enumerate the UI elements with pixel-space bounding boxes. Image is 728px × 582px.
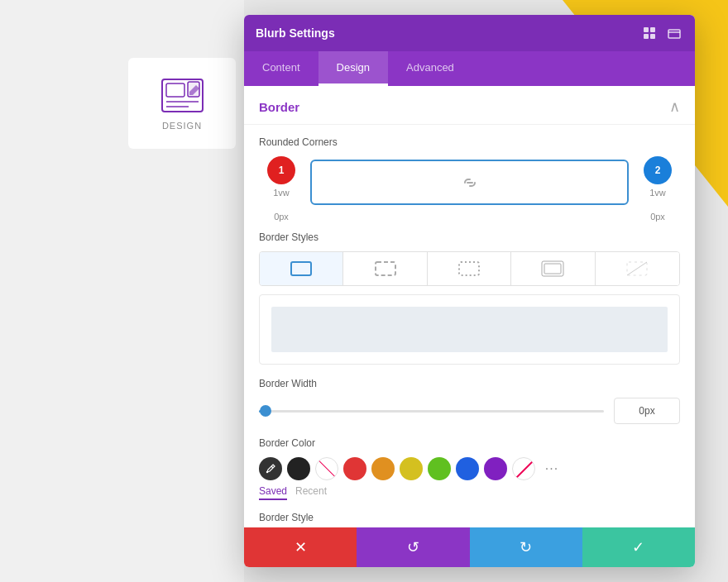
link-icon bbox=[462, 177, 478, 188]
cancel-button[interactable]: ✕ bbox=[244, 527, 357, 567]
modal-header: Blurb Settings bbox=[244, 15, 695, 51]
border-section-title: Border bbox=[259, 100, 299, 114]
svg-rect-16 bbox=[544, 264, 561, 274]
corner-left-col: 1 1vw bbox=[259, 156, 304, 198]
no-border-icon bbox=[625, 260, 649, 278]
svg-rect-6 bbox=[650, 27, 655, 32]
border-width-label: Border Width bbox=[259, 378, 680, 389]
border-style-dashed[interactable] bbox=[343, 252, 427, 285]
corner-badge-1[interactable]: 1 bbox=[267, 156, 295, 184]
modal-body: Border ∧ Rounded Corners 1 1vw bbox=[244, 86, 695, 527]
modal-tabs: Content Design Advanced bbox=[244, 51, 695, 86]
border-width-slider[interactable] bbox=[259, 403, 604, 419]
tab-advanced[interactable]: Advanced bbox=[388, 51, 472, 86]
border-preview-outer bbox=[259, 294, 680, 365]
design-card-icon bbox=[160, 77, 205, 114]
corners-center bbox=[310, 156, 629, 208]
orange-swatch[interactable] bbox=[371, 457, 395, 480]
double-border-icon bbox=[540, 260, 565, 278]
svg-rect-13 bbox=[376, 262, 395, 275]
modal-header-actions bbox=[640, 24, 683, 42]
color-tab-saved[interactable]: Saved bbox=[259, 485, 287, 500]
svg-line-21 bbox=[516, 461, 533, 478]
color-tab-recent[interactable]: Recent bbox=[295, 485, 327, 500]
yellow-swatch[interactable] bbox=[400, 457, 423, 480]
slider-thumb[interactable] bbox=[260, 405, 271, 417]
modal-title: Blurb Settings bbox=[256, 26, 335, 40]
border-width-section: Border Width 0px bbox=[259, 378, 680, 424]
eyedropper-swatch[interactable] bbox=[259, 457, 282, 480]
blue-swatch[interactable] bbox=[456, 457, 479, 480]
border-style-none[interactable] bbox=[596, 252, 679, 285]
collapse-icon[interactable]: ∧ bbox=[669, 98, 680, 116]
solid-border-icon bbox=[289, 260, 314, 278]
green-swatch[interactable] bbox=[428, 457, 451, 480]
svg-rect-12 bbox=[291, 262, 311, 275]
border-width-input[interactable]: 0px bbox=[614, 398, 680, 424]
svg-rect-7 bbox=[644, 34, 649, 39]
svg-rect-5 bbox=[644, 27, 649, 32]
svg-line-18 bbox=[627, 262, 647, 275]
svg-rect-8 bbox=[650, 34, 655, 39]
svg-rect-1 bbox=[166, 83, 184, 97]
corners-top-row: 1 1vw bbox=[259, 156, 680, 208]
top-left-val: 1vw bbox=[273, 188, 290, 198]
slash-swatch[interactable] bbox=[512, 457, 535, 480]
corners-bottom-labels bbox=[310, 205, 629, 208]
transparent-swatch[interactable] bbox=[315, 457, 338, 480]
more-swatches-button[interactable]: ··· bbox=[540, 457, 563, 480]
border-preview-inner bbox=[271, 307, 668, 352]
border-style-dotted[interactable] bbox=[428, 252, 511, 285]
border-style-label: Border Style bbox=[259, 512, 680, 523]
tab-content[interactable]: Content bbox=[244, 51, 318, 86]
corner-badge-2[interactable]: 2 bbox=[644, 156, 672, 184]
settings-icon[interactable] bbox=[640, 24, 659, 42]
tab-design[interactable]: Design bbox=[318, 51, 388, 86]
design-card-label: DESIGN bbox=[162, 121, 202, 131]
undo-button[interactable]: ↺ bbox=[357, 527, 469, 567]
border-section-content: Rounded Corners 1 1vw bbox=[244, 125, 695, 527]
corner-right-col: 2 1vw bbox=[635, 156, 680, 198]
border-style-section: Border Style Solid Dashed Dotted Double … bbox=[259, 512, 680, 527]
border-style-double[interactable] bbox=[511, 252, 595, 285]
corners-bottom-spacer bbox=[304, 212, 635, 222]
blurb-settings-modal: Blurb Settings Content bbox=[244, 15, 695, 567]
design-card: DESIGN bbox=[128, 58, 236, 149]
rounded-preview bbox=[310, 160, 629, 205]
rounded-corners-label: Rounded Corners bbox=[259, 136, 680, 148]
slash-swatch-icon bbox=[513, 458, 535, 480]
bottom-left-val: 0px bbox=[259, 212, 304, 222]
color-tabs: Saved Recent bbox=[259, 485, 680, 500]
expand-icon[interactable] bbox=[665, 24, 683, 42]
black-swatch[interactable] bbox=[287, 457, 310, 480]
svg-point-20 bbox=[266, 471, 268, 473]
border-style-solid[interactable] bbox=[260, 252, 343, 285]
border-color-label: Border Color bbox=[259, 437, 680, 449]
svg-rect-9 bbox=[668, 30, 680, 38]
corners-bottom-row: 0px 0px bbox=[259, 212, 680, 231]
border-width-row: 0px bbox=[259, 398, 680, 424]
border-styles-grid bbox=[259, 251, 680, 286]
redo-button[interactable]: ↻ bbox=[470, 527, 582, 567]
bottom-right-val: 0px bbox=[635, 212, 680, 222]
slider-track bbox=[259, 410, 604, 413]
svg-rect-14 bbox=[459, 262, 479, 275]
dotted-border-icon bbox=[457, 260, 481, 278]
color-swatches: ··· bbox=[259, 457, 680, 480]
border-styles-label: Border Styles bbox=[259, 231, 680, 243]
border-section-header: Border ∧ bbox=[244, 86, 695, 125]
top-right-val: 1vw bbox=[649, 188, 666, 198]
purple-swatch[interactable] bbox=[484, 457, 507, 480]
red-swatch[interactable] bbox=[343, 457, 366, 480]
svg-line-19 bbox=[271, 466, 273, 468]
save-button[interactable]: ✓ bbox=[582, 527, 695, 567]
dashed-border-icon bbox=[373, 260, 398, 278]
eyedropper-icon bbox=[265, 463, 276, 475]
border-color-section: Border Color bbox=[259, 437, 680, 500]
modal-footer: ✕ ↺ ↻ ✓ bbox=[244, 527, 695, 567]
